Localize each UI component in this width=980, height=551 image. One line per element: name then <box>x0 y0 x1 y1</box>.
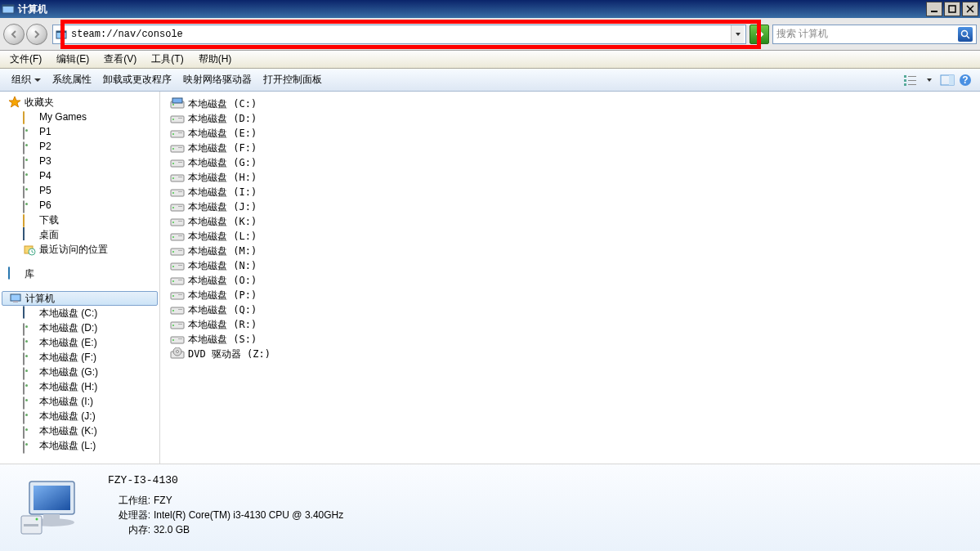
drive-item-16[interactable]: 本地磁盘 (S:) <box>160 332 980 347</box>
drive-item-17[interactable]: DVD 驱动器 (Z:) <box>160 347 980 361</box>
nav-drive-4[interactable]: 本地磁盘 (G:) <box>0 365 159 379</box>
drive-icon <box>170 200 185 213</box>
drive-item-5[interactable]: 本地磁盘 (H:) <box>160 170 980 185</box>
drive-item-7[interactable]: 本地磁盘 (J:) <box>160 199 980 214</box>
search-box[interactable]: 搜索 计算机 <box>772 25 977 44</box>
svg-rect-59 <box>178 280 182 280</box>
nav-computer[interactable]: 计算机 <box>2 291 158 306</box>
svg-point-61 <box>172 295 174 297</box>
preview-pane-icon[interactable] <box>939 72 955 88</box>
nav-drive-2[interactable]: 本地磁盘 (E:) <box>0 335 159 350</box>
close-button[interactable] <box>962 2 978 16</box>
nav-fav-item-1[interactable]: P1 <box>0 124 159 139</box>
svg-rect-71 <box>178 338 182 339</box>
svg-point-55 <box>172 266 174 267</box>
nav-fav-item-2[interactable]: P2 <box>0 139 159 154</box>
nav-drive-9[interactable]: 本地磁盘 (L:) <box>0 438 159 453</box>
drive-item-15[interactable]: 本地磁盘 (R:) <box>160 317 980 332</box>
nav-drive-8[interactable]: 本地磁盘 (K:) <box>0 423 159 438</box>
content-pane[interactable]: 本地磁盘 (C:)本地磁盘 (D:)本地磁盘 (E:)本地磁盘 (F:)本地磁盘… <box>160 92 980 464</box>
nav-drive-7[interactable]: 本地磁盘 (J:) <box>0 409 159 423</box>
drive-icon <box>170 289 185 302</box>
drive-item-9[interactable]: 本地磁盘 (L:) <box>160 229 980 244</box>
drive-item-10[interactable]: 本地磁盘 (M:) <box>160 244 980 258</box>
nav-drive-5[interactable]: 本地磁盘 (H:) <box>0 379 159 394</box>
search-icon[interactable] <box>958 27 973 42</box>
maximize-button[interactable] <box>944 2 960 16</box>
nav-drive-6[interactable]: 本地磁盘 (I:) <box>0 394 159 409</box>
drive-item-11[interactable]: 本地磁盘 (N:) <box>160 258 980 273</box>
view-dropdown-icon[interactable] <box>921 72 937 88</box>
system-properties-button[interactable]: 系统属性 <box>47 71 96 88</box>
address-dropdown[interactable] <box>731 25 744 43</box>
nav-fav-item-8[interactable]: 桌面 <box>0 227 159 242</box>
drive-item-8[interactable]: 本地磁盘 (K:) <box>160 214 980 229</box>
details-row-2: 内存:32.0 GB <box>108 522 343 537</box>
nav-fav-item-4[interactable]: P4 <box>0 168 159 183</box>
menu-edit[interactable]: 编辑(E) <box>50 51 96 68</box>
details-row-0: 工作组:FZY <box>108 493 343 508</box>
drive-item-13[interactable]: 本地磁盘 (P:) <box>160 288 980 302</box>
help-icon[interactable]: ? <box>957 72 973 88</box>
nav-fav-item-7[interactable]: 下载 <box>0 213 159 227</box>
map-drive-button[interactable]: 映射网络驱动器 <box>178 71 257 88</box>
svg-rect-65 <box>178 309 182 310</box>
svg-point-49 <box>172 236 174 238</box>
nav-fav-item-6[interactable]: P6 <box>0 198 159 213</box>
svg-rect-62 <box>178 294 182 295</box>
svg-rect-44 <box>178 206 182 207</box>
svg-rect-19 <box>11 294 20 301</box>
menu-help[interactable]: 帮助(H) <box>192 51 239 68</box>
svg-text:?: ? <box>962 74 968 86</box>
drive-item-6[interactable]: 本地磁盘 (I:) <box>160 185 980 199</box>
computer-large-icon <box>13 471 95 544</box>
nav-drive-1[interactable]: 本地磁盘 (D:) <box>0 320 159 335</box>
svg-point-74 <box>177 351 179 353</box>
svg-rect-82 <box>24 524 38 526</box>
svg-point-46 <box>172 222 174 223</box>
nav-favorites[interactable]: 收藏夹 <box>0 95 159 110</box>
svg-rect-20 <box>13 301 18 302</box>
svg-rect-38 <box>178 177 182 177</box>
navigation-pane[interactable]: 收藏夹My GamesP1P2P3P4P5P6下载桌面最近访问的位置库计算机本地… <box>0 92 160 464</box>
nav-fav-item-5[interactable]: P5 <box>0 183 159 198</box>
drive-item-0[interactable]: 本地磁盘 (C:) <box>160 96 980 111</box>
drive-item-3[interactable]: 本地磁盘 (F:) <box>160 141 980 155</box>
nav-fav-item-9[interactable]: 最近访问的位置 <box>0 242 159 257</box>
menu-file[interactable]: 文件(F) <box>3 51 48 68</box>
address-bar[interactable] <box>52 25 746 44</box>
drive-item-14[interactable]: 本地磁盘 (Q:) <box>160 302 980 317</box>
nav-drive-3[interactable]: 本地磁盘 (F:) <box>0 350 159 365</box>
address-input[interactable] <box>71 29 731 40</box>
nav-libraries[interactable]: 库 <box>0 267 159 281</box>
details-name: FZY-I3-4130 <box>108 474 343 486</box>
drive-icon <box>170 318 185 331</box>
nav-fav-item-0[interactable]: My Games <box>0 110 159 124</box>
back-button[interactable] <box>3 24 25 45</box>
drive-item-1[interactable]: 本地磁盘 (D:) <box>160 111 980 126</box>
drive-item-12[interactable]: 本地磁盘 (O:) <box>160 273 980 288</box>
drive-icon <box>170 112 185 125</box>
drive-icon <box>170 303 185 316</box>
uninstall-button[interactable]: 卸载或更改程序 <box>98 71 177 88</box>
svg-point-67 <box>172 325 174 326</box>
svg-rect-22 <box>172 98 182 103</box>
menu-tools[interactable]: 工具(T) <box>145 51 190 68</box>
drive-icon <box>170 244 185 258</box>
menu-view[interactable]: 查看(V) <box>97 51 143 68</box>
drive-item-2[interactable]: 本地磁盘 (E:) <box>160 126 980 141</box>
svg-rect-68 <box>178 324 182 325</box>
control-panel-button[interactable]: 打开控制面板 <box>258 71 327 88</box>
go-button[interactable] <box>750 25 769 44</box>
nav-fav-item-3[interactable]: P3 <box>0 154 159 168</box>
drive-item-4[interactable]: 本地磁盘 (G:) <box>160 155 980 170</box>
svg-rect-5 <box>56 31 66 33</box>
svg-rect-2 <box>931 11 937 12</box>
organize-button[interactable]: 组织 <box>7 71 46 88</box>
nav-drive-0[interactable]: 本地磁盘 (C:) <box>0 306 159 320</box>
minimize-button[interactable] <box>926 2 942 16</box>
svg-rect-41 <box>178 191 182 192</box>
drive-icon <box>170 230 185 243</box>
view-mode-icon[interactable] <box>903 72 920 88</box>
forward-button[interactable] <box>26 24 47 45</box>
